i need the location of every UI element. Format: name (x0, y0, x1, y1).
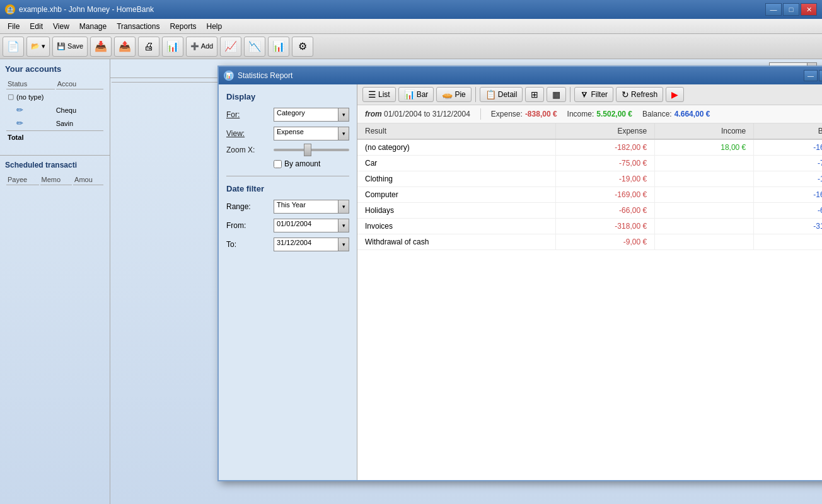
balance-header: Balance (754, 123, 822, 139)
income-stat: Income: 5.502,00 € (567, 110, 632, 118)
new-button[interactable]: 📄 (3, 37, 24, 57)
table-row: Holidays-66,00 €-66,00 € (357, 203, 822, 219)
list-label: List (378, 90, 390, 99)
payee-col: Payee (6, 175, 39, 185)
app-icon: 🏦 (5, 4, 15, 14)
detail-button[interactable]: 📋 Detail (480, 87, 523, 102)
view-select-arrow[interactable]: ▾ (338, 127, 349, 140)
grid-icon: ▦ (552, 89, 560, 100)
from-date-arrow[interactable]: ▾ (338, 219, 349, 232)
report-button[interactable]: 📉 (244, 37, 265, 57)
print-button[interactable]: 🖨 (138, 37, 159, 57)
from-label: From: (226, 221, 274, 230)
minimize-button[interactable]: — (765, 3, 782, 16)
modal-title: Statistics Report (238, 71, 292, 80)
menu-view[interactable]: View (48, 21, 74, 32)
for-select-arrow[interactable]: ▾ (338, 108, 349, 122)
modal-maximize[interactable]: □ (819, 70, 822, 81)
account-col-header: Accou (56, 79, 103, 89)
from-date-container[interactable]: 01/01/2004 ▾ (274, 219, 349, 232)
grid-button[interactable]: ▦ (547, 87, 566, 102)
accounts-table: Status Accou ▢ (no type) (5, 77, 105, 145)
menu-edit[interactable]: Edit (25, 21, 48, 32)
expense-cell: -19,00 € (555, 171, 654, 187)
menu-manage[interactable]: Manage (74, 21, 112, 32)
open-button[interactable]: 📂 ▾ (26, 37, 50, 57)
budget-button[interactable]: 📊 (162, 37, 183, 57)
modal-left-panel: Display For: Category ▾ View: (219, 84, 357, 480)
modal-controls[interactable]: — □ ✕ (804, 70, 822, 81)
edit-icon-2[interactable]: ✏ (16, 118, 23, 128)
memo-col: Memo (40, 175, 72, 185)
edit-icon-1[interactable]: ✏ (16, 105, 23, 115)
expense-cell: -318,00 € (555, 219, 654, 234)
balance-value: 4.664,00 € (674, 110, 710, 118)
table-row: Invoices-318,00 €-318,00 € (357, 219, 822, 234)
toolbar: 📄 📂 ▾ 💾 Save 📥 📤 🖨 📊 ➕ Add 📈 📉 📊 ⚙ (0, 34, 822, 59)
export-report-button[interactable]: ▶ (666, 87, 684, 102)
title-bar-controls[interactable]: — □ ✕ (765, 3, 817, 16)
save-button[interactable]: 💾 Save (52, 37, 88, 57)
zoom-thumb[interactable] (304, 144, 311, 156)
settings-button[interactable]: ⚙ (292, 37, 313, 57)
by-amount-checkbox[interactable] (274, 160, 282, 168)
date-filter-title: Date filter (226, 176, 349, 193)
zoom-slider-container[interactable] (274, 149, 349, 151)
menu-file[interactable]: File (3, 21, 25, 32)
export-icon: ▶ (671, 89, 678, 100)
account-name-2[interactable]: Savin (56, 117, 103, 129)
range-select-value[interactable]: This Year (274, 200, 338, 214)
for-select-container[interactable]: Category ▾ (274, 108, 349, 122)
report-table-container: Result Expense Income Balance (no catego… (357, 123, 822, 480)
balance-cell: -9,00 € (754, 234, 822, 250)
to-date-arrow[interactable]: ▾ (338, 238, 349, 251)
range-select-arrow[interactable]: ▾ (338, 200, 349, 214)
modal-right-panel: ☰ List 📊 Bar 🥧 Pie 📋 (357, 84, 822, 480)
column-icon: ⊞ (531, 89, 538, 100)
account-name-1[interactable]: Chequ (56, 104, 103, 116)
list-icon: ☰ (368, 89, 376, 100)
menu-reports[interactable]: Reports (165, 21, 201, 32)
import-button[interactable]: 📥 (90, 37, 112, 57)
result-cell: Holidays (357, 203, 555, 219)
maximize-button[interactable]: □ (783, 3, 799, 16)
by-amount-row: By amount (226, 159, 349, 168)
zoom-slider[interactable] (274, 149, 349, 151)
refresh-button[interactable]: ↻ Refresh (616, 87, 663, 102)
view-select-container[interactable]: Expense ▾ (274, 127, 349, 140)
pie-button[interactable]: 🥧 Pie (436, 87, 471, 102)
modal-title-bar: 📊 Statistics Report — □ ✕ (219, 67, 822, 84)
expense-cell: -9,00 € (555, 234, 654, 250)
to-date: 31/12/2004 (432, 110, 470, 118)
expand-icon[interactable]: ▢ (8, 93, 14, 101)
report-toolbar: ☰ List 📊 Bar 🥧 Pie 📋 (357, 84, 822, 105)
filter-button[interactable]: ⛛ Filter (574, 87, 613, 102)
modal-minimize[interactable]: — (804, 70, 818, 81)
close-button[interactable]: ✕ (801, 3, 817, 16)
menu-help[interactable]: Help (201, 21, 227, 32)
menu-transactions[interactable]: Transactions (112, 21, 165, 32)
accounts-title: Your accounts (5, 64, 105, 74)
add-button[interactable]: ➕ Add (186, 37, 217, 57)
range-select-container[interactable]: This Year ▾ (274, 200, 349, 214)
bar-button[interactable]: 📊 Bar (398, 87, 434, 102)
for-select-value[interactable]: Category (274, 108, 338, 122)
from-date-value[interactable]: 01/01/2004 (274, 219, 338, 232)
to-date-value[interactable]: 31/12/2004 (274, 238, 338, 251)
to-date-container[interactable]: 31/12/2004 ▾ (274, 238, 349, 251)
menu-bar: File Edit View Manage Transactions Repor… (0, 19, 822, 34)
expense-cell: -66,00 € (555, 203, 654, 219)
view-select-value[interactable]: Expense (274, 127, 338, 140)
income-cell (655, 156, 754, 171)
export-button[interactable]: 📤 (114, 37, 136, 57)
separator-2 (570, 87, 570, 102)
report-table: Result Expense Income Balance (no catego… (357, 123, 822, 250)
chart-button[interactable]: 📈 (220, 37, 241, 57)
table-row: Clothing-19,00 €-19,00 € (357, 171, 822, 187)
bar-chart-button[interactable]: 📊 (268, 37, 289, 57)
result-cell: Car (357, 156, 555, 171)
column-button[interactable]: ⊞ (525, 87, 544, 102)
table-header-row: Result Expense Income Balance (357, 123, 822, 139)
account-group: ▢ (no type) (6, 91, 103, 103)
list-button[interactable]: ☰ List (362, 87, 396, 102)
